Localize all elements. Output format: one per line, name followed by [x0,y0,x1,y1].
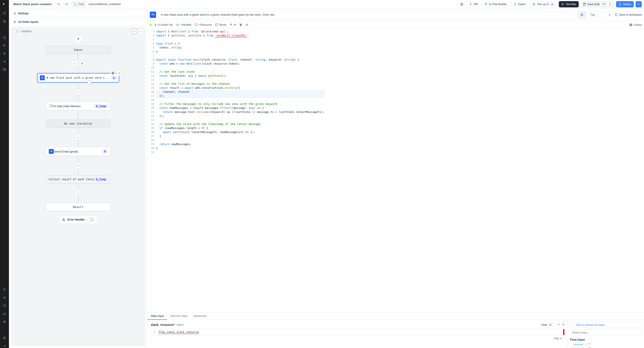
redo-button[interactable] [64,1,70,8]
add-step-button-4[interactable]: + [75,162,81,168]
search-prop-input[interactable] [570,330,642,336]
path-value: u/henri/effective_undefined [86,3,123,6]
nav-icon-home[interactable] [2,35,6,39]
node-send-email[interactable]: TS Send Email (gmail) b [46,147,111,156]
add-step-button-2[interactable]: + [75,89,81,95]
next-param-button[interactable] [562,323,564,327]
add-step-button-5[interactable]: + [75,190,81,196]
test-up-to-button[interactable]: Test up toa [530,1,557,8]
param-type: object [176,323,184,326]
save-to-workspace-button[interactable]: Save to workspace [615,13,642,16]
test-flow-label: Test flow [566,3,576,6]
node-collect-label: Collect result of each itera [49,178,94,181]
deploy-button[interactable]: Deploy [616,1,634,8]
nav-icon-box[interactable] [2,304,6,308]
assist-off-icon[interactable] [239,23,242,26]
path-chip[interactable]: Path u/henri/effective_undefined [72,1,123,8]
dataflow-toggle[interactable] [14,30,20,33]
ctx-var-label: +Context Var [158,23,173,26]
tab-test-step[interactable]: Test this step [167,312,190,320]
save-draft-button[interactable]: Save draftCtrlS [580,1,614,8]
tab-advanced[interactable]: Advanced [190,312,210,320]
node-email-badge: b [102,150,108,153]
format-button[interactable] [246,23,249,26]
settings-label: Settings [18,12,28,15]
reset-button[interactable]: Reset [215,23,226,26]
error-handler-row[interactable]: Error Handler [59,216,97,224]
nav-icon-1[interactable] [2,11,6,15]
nav-icon-eye[interactable] [2,320,6,324]
deploy-dropdown[interactable] [636,1,642,8]
nav-icon-dollar[interactable] [2,52,6,56]
test-flow-button[interactable]: Test flow [559,1,579,8]
delete-node-button[interactable]: ✕ [116,70,122,76]
tab-step-input[interactable]: Step Input [148,312,167,320]
ts-icon: TS [40,75,45,80]
ai-flow-builder-button[interactable]: AI Flow Builder [482,1,510,8]
error-handler-toggle[interactable] [87,218,94,222]
ai-label: AI [234,23,236,26]
undo-button[interactable] [56,1,62,8]
prop-row[interactable]: keyword : "" [570,346,642,348]
res-label: +Resource [199,23,212,26]
static-toggle[interactable]: Static [539,322,554,327]
diff-button[interactable]: Diff [467,1,480,8]
layout-toggle-button[interactable] [578,11,586,18]
move-node-button[interactable] [110,70,116,76]
node-collect[interactable]: Collect result of each itera b_loop [46,175,111,184]
book-button[interactable] [459,1,465,8]
svg-rect-19 [550,324,551,326]
save-draft-label: Save draft [588,3,600,6]
node-input[interactable]: Input [46,46,111,54]
node-step-a[interactable]: TS A new Slack post with a given word i.… [37,73,119,82]
magic-wand-button[interactable] [74,35,82,43]
param-expression-editor[interactable]: 1 flow_input.slack_resource [151,329,564,335]
edit-connect-input-button[interactable]: ← Edit or connect an input [570,322,642,328]
node-for-loop[interactable]: For loop (skip failures) b_loop [46,102,111,110]
app-logo [2,3,7,7]
variable-button[interactable]: +Variable [176,23,192,26]
tag-select[interactable]: Tag▾ [588,12,612,18]
add-step-button[interactable]: + [71,60,77,66]
svg-point-9 [4,297,5,298]
code-pane: TS A new Slack post with a given word in… [148,8,644,348]
step-description-input[interactable]: A new Slack post with a given word in a … [158,11,576,18]
zoom-in-button[interactable]: + [132,29,137,34]
library-button[interactable]: Library [629,23,642,26]
nav-icon-calendar[interactable] [2,68,6,72]
zoom-out-button[interactable]: − [138,29,144,34]
prev-param-button[interactable] [558,323,560,327]
tag-placeholder: Tag [590,13,595,16]
svg-point-7 [4,289,5,290]
nav-icon-star[interactable] [2,19,6,23]
ai-button[interactable]: AI [230,23,236,26]
nav-icon-users[interactable] [2,288,6,292]
nav-icon-collapse[interactable] [2,344,6,348]
static-inputs-row[interactable]: All Static Inputs [11,18,146,26]
nav-icon-gear[interactable] [2,296,6,300]
code-editor[interactable]: 1234567891011121314151617181920212223242… [148,29,644,312]
expr-text: flow_input.slack_resource [158,330,199,334]
node-handle[interactable] [87,80,91,84]
nav-icon-folder[interactable] [2,312,6,316]
add-step-button-3[interactable]: + [75,134,81,140]
svg-marker-2 [4,44,6,46]
svg-rect-6 [3,69,6,71]
prop-row[interactable]: channel : "" [570,343,642,346]
svg-rect-18 [632,24,632,26]
ts-icon: TS [49,149,54,154]
node-iteration[interactable]: Do one iteration [46,120,111,128]
flow-canvas[interactable]: dataflow + − Input + [11,27,146,346]
nav-icon-help[interactable] [2,336,6,340]
resource-button[interactable]: +Resource [194,23,212,26]
export-button[interactable]: Export [511,1,528,8]
node-result[interactable]: Result [46,203,111,211]
nav-icon-play[interactable] [2,44,6,48]
nav-icon-cluster[interactable] [2,60,6,64]
context-var-button[interactable]: $+Context Var [155,23,173,26]
flow-title-input[interactable] [11,1,54,7]
help-button[interactable]: Help ▾ [151,335,564,341]
node-result-label: Result [73,205,84,209]
add-trigger-button[interactable] [80,60,85,66]
settings-row[interactable]: Settings [11,10,146,17]
